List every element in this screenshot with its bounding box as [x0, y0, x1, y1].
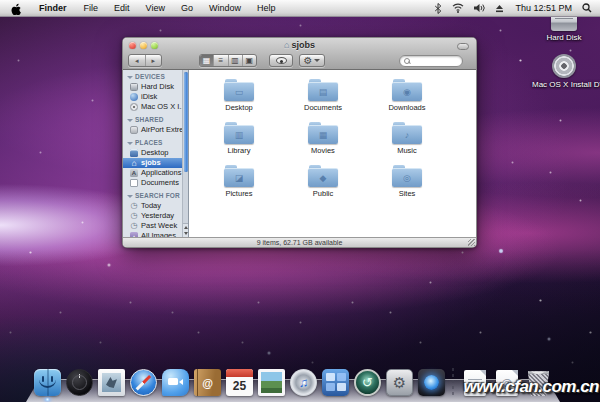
- zoom-button[interactable]: [151, 42, 158, 49]
- folder-music[interactable]: ♪Music: [365, 122, 449, 165]
- minimize-button[interactable]: [140, 42, 147, 49]
- folder-desktop[interactable]: ▭Desktop: [197, 79, 281, 122]
- dock-item-preview[interactable]: [257, 367, 286, 396]
- sidebar-item-today[interactable]: ◷Today: [123, 201, 182, 211]
- finder-icon: [34, 369, 61, 396]
- folder-icon: ♪: [392, 122, 422, 144]
- dock-item-finder[interactable]: [33, 367, 62, 396]
- sidebar-item-yesterday[interactable]: ◷Yesterday: [123, 211, 182, 221]
- sidebar-item-idisk[interactable]: iDisk: [123, 92, 182, 102]
- hard-disk-icon: [130, 83, 138, 91]
- dock-item-safari[interactable]: [129, 367, 158, 396]
- scrollbar-thumb[interactable]: [184, 72, 189, 172]
- window-header[interactable]: ⌂sjobs ◂ ▸ ▦ ≡ ▥ ▣ ⚙: [123, 38, 476, 70]
- apple-menu-icon[interactable]: [0, 2, 30, 15]
- install-dvd-label: Mac OS X Install DVD: [532, 80, 596, 89]
- sidebar-header-search-for[interactable]: SEARCH FOR: [123, 191, 182, 201]
- disclosure-triangle-icon: [127, 119, 133, 122]
- front-row-orb-icon: [418, 369, 445, 396]
- coverflow-view-button[interactable]: ▣: [242, 55, 256, 66]
- scroll-down-arrow[interactable]: [184, 232, 188, 235]
- desktop-screen: Finder File Edit View Go Window Help Thu…: [0, 0, 600, 402]
- toolbar-toggle-button[interactable]: [457, 43, 469, 50]
- folder-movies[interactable]: ▦Movies: [281, 122, 365, 165]
- airport-icon: [130, 126, 138, 134]
- airport-wifi-icon[interactable]: [447, 3, 469, 13]
- close-button[interactable]: [129, 42, 136, 49]
- sidebar-item-applications[interactable]: AApplications: [123, 168, 182, 178]
- search-field[interactable]: [399, 55, 463, 67]
- menu-edit[interactable]: Edit: [106, 0, 138, 17]
- menu-bar: Finder File Edit View Go Window Help Thu…: [0, 0, 600, 17]
- title-bar[interactable]: ⌂sjobs: [123, 38, 476, 53]
- sidebar-header-shared[interactable]: SHARED: [123, 115, 182, 125]
- desktop-icon-hard-disk[interactable]: Hard Disk: [532, 14, 596, 42]
- dock-item-dashboard[interactable]: [65, 367, 94, 396]
- bluetooth-icon[interactable]: [429, 3, 447, 14]
- dock-item-ichat[interactable]: [161, 367, 190, 396]
- menu-bar-left: Finder File Edit View Go Window Help: [0, 0, 283, 17]
- clock-icon: ◷: [130, 222, 138, 230]
- menu-help[interactable]: Help: [249, 0, 284, 17]
- sidebar-item-airport-extreme[interactable]: AirPort Extreme: [123, 125, 182, 135]
- scroll-up-arrow[interactable]: [184, 226, 188, 229]
- list-view-button[interactable]: ≡: [213, 55, 227, 66]
- folder-sites[interactable]: ◎Sites: [365, 165, 449, 208]
- view-mode-control: ▦ ≡ ▥ ▣: [199, 54, 257, 67]
- folder-public[interactable]: ◆Public: [281, 165, 365, 208]
- sidebar-item-documents[interactable]: Documents: [123, 178, 182, 188]
- menu-view[interactable]: View: [138, 0, 173, 17]
- action-menu-button[interactable]: ⚙: [299, 54, 325, 67]
- menu-finder[interactable]: Finder: [30, 0, 76, 17]
- dock-item-itunes[interactable]: ♫: [289, 367, 318, 396]
- sidebar-scrollbar[interactable]: [182, 70, 188, 237]
- sidebar-item-sjobs[interactable]: ⌂sjobs: [123, 158, 188, 168]
- folder-icon: ▤: [308, 79, 338, 101]
- disclosure-triangle-icon: [127, 195, 133, 198]
- dock-item-front-row[interactable]: [417, 367, 446, 396]
- quick-look-button[interactable]: [269, 54, 293, 67]
- back-button[interactable]: ◂: [129, 55, 146, 66]
- folder-icon: ◎: [392, 165, 422, 187]
- dock-item-mail[interactable]: [97, 367, 126, 396]
- desktop-icon-install-dvd[interactable]: Mac OS X Install DVD: [532, 54, 596, 89]
- folder-downloads[interactable]: ◉Downloads: [365, 79, 449, 122]
- folder-icon: ▭: [224, 79, 254, 101]
- menu-window[interactable]: Window: [201, 0, 249, 17]
- dock-item-ical[interactable]: 25: [225, 367, 254, 396]
- dock-item-spaces[interactable]: [321, 367, 350, 396]
- menu-file[interactable]: File: [76, 0, 107, 17]
- folder-pictures[interactable]: ◪Pictures: [197, 165, 281, 208]
- menu-bar-right: Thu 12:51 PM: [429, 3, 600, 14]
- hard-disk-label: Hard Disk: [532, 33, 596, 42]
- folder-view: ▭Desktop ▤Documents ◉Downloads ▥Library …: [189, 70, 476, 237]
- sidebar-header-devices[interactable]: DEVICES: [123, 72, 182, 82]
- dock-item-system-preferences[interactable]: ⚙: [385, 367, 414, 396]
- menu-clock[interactable]: Thu 12:51 PM: [509, 3, 578, 13]
- dock-item-address-book[interactable]: @: [193, 367, 222, 396]
- forward-button[interactable]: ▸: [146, 55, 162, 66]
- column-view-button[interactable]: ▥: [228, 55, 242, 66]
- sidebar-item-past-week[interactable]: ◷Past Week: [123, 221, 182, 231]
- sites-emblem-icon: ◎: [403, 174, 411, 183]
- folder-icon: ◆: [308, 165, 338, 187]
- toolbar: ◂ ▸ ▦ ≡ ▥ ▣ ⚙: [123, 53, 476, 70]
- icon-view-button[interactable]: ▦: [200, 55, 213, 66]
- clock-icon: ◷: [130, 202, 138, 210]
- sidebar-header-places[interactable]: PLACES: [123, 138, 182, 148]
- folder-library[interactable]: ▥Library: [197, 122, 281, 165]
- volume-icon[interactable]: [469, 3, 490, 13]
- sidebar-item-hard-disk[interactable]: Hard Disk: [123, 82, 182, 92]
- menu-go[interactable]: Go: [173, 0, 201, 17]
- sidebar-item-install-dvd[interactable]: Mac OS X I...: [123, 102, 182, 112]
- search-input[interactable]: [410, 56, 458, 66]
- sidebar-item-desktop[interactable]: Desktop: [123, 148, 182, 158]
- library-emblem-icon: ▥: [235, 131, 244, 140]
- dock-item-time-machine[interactable]: ↺: [353, 367, 382, 396]
- eject-icon[interactable]: [490, 4, 509, 13]
- dvd-disc-icon: [552, 54, 576, 78]
- folder-documents[interactable]: ▤Documents: [281, 79, 365, 122]
- document-icon: [130, 179, 138, 187]
- spotlight-search-icon[interactable]: [578, 3, 600, 13]
- resize-grip[interactable]: [468, 239, 475, 246]
